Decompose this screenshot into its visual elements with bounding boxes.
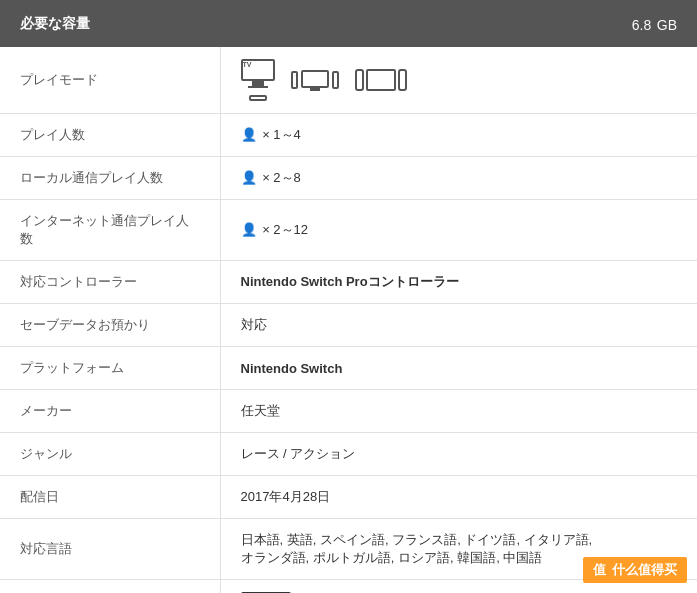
table-row: ローカル通信プレイ人数 👤 × 2～8 — [0, 157, 697, 200]
row-key: セーブデータお預かり — [0, 304, 220, 347]
handheld-mode-icon — [355, 69, 407, 91]
row-key: 対応コントローラー — [0, 261, 220, 304]
tabletop-mode-icon — [291, 70, 339, 91]
row-value-controller: Nintendo Switch Proコントローラー — [220, 261, 697, 304]
hh-right-joycon — [398, 69, 407, 91]
table-row: レーティング CERO A 全年齢対象 — [0, 580, 697, 594]
row-value-maker: 任天堂 — [220, 390, 697, 433]
person-icon: 👤 — [241, 170, 257, 185]
row-key: プレイ人数 — [0, 114, 220, 157]
person-icon: 👤 — [241, 127, 257, 142]
required-capacity-label: 必要な容量 — [20, 15, 90, 33]
table-row: メーカー 任天堂 — [0, 390, 697, 433]
specs-table: プレイモード TV — [0, 47, 697, 593]
play-mode-icons: TV — [241, 59, 678, 101]
header-row: 必要な容量 6.8 GB — [0, 0, 697, 47]
tv-mode-icon: TV — [241, 59, 275, 101]
hh-screen — [366, 69, 396, 91]
row-key: メーカー — [0, 390, 220, 433]
row-value-release-date: 2017年4月28日 — [220, 476, 697, 519]
hh-left-joycon — [355, 69, 364, 91]
table-row: ジャンル レース / アクション — [0, 433, 697, 476]
table-row: プレイ人数 👤 × 1～4 — [0, 114, 697, 157]
row-key: プラットフォーム — [0, 347, 220, 390]
table-row: 配信日 2017年4月28日 — [0, 476, 697, 519]
table-row: 対応言語 日本語, 英語, スペイン語, フランス語, ドイツ語, イタリア語,… — [0, 519, 697, 580]
row-value-savedata: 対応 — [220, 304, 697, 347]
row-value-platform: Nintendo Switch — [220, 347, 697, 390]
row-key: 配信日 — [0, 476, 220, 519]
left-joycon-icon — [291, 71, 298, 89]
table-row: プラットフォーム Nintendo Switch — [0, 347, 697, 390]
row-key: 対応言語 — [0, 519, 220, 580]
required-capacity-value: 6.8 GB — [632, 12, 677, 35]
row-value-playmode: TV — [220, 47, 697, 114]
row-key: ジャンル — [0, 433, 220, 476]
table-row: 対応コントローラー Nintendo Switch Proコントローラー — [0, 261, 697, 304]
table-row: インターネット通信プレイ人数 👤 × 2～12 — [0, 200, 697, 261]
table-row: セーブデータお預かり 対応 — [0, 304, 697, 347]
row-value-players: 👤 × 1～4 — [220, 114, 697, 157]
tv-icon: TV — [241, 59, 275, 88]
table-row: プレイモード TV — [0, 47, 697, 114]
row-value-internet-players: 👤 × 2～12 — [220, 200, 697, 261]
row-key: レーティング — [0, 580, 220, 594]
person-icon: 👤 — [241, 222, 257, 237]
row-key: インターネット通信プレイ人数 — [0, 200, 220, 261]
row-value-languages: 日本語, 英語, スペイン語, フランス語, ドイツ語, イタリア語,オランダ語… — [220, 519, 697, 580]
row-value-genre: レース / アクション — [220, 433, 697, 476]
row-value-rating: CERO A 全年齢対象 — [220, 580, 697, 594]
row-key: ローカル通信プレイ人数 — [0, 157, 220, 200]
right-joycon-icon — [332, 71, 339, 89]
row-value-local-players: 👤 × 2～8 — [220, 157, 697, 200]
row-key: プレイモード — [0, 47, 220, 114]
